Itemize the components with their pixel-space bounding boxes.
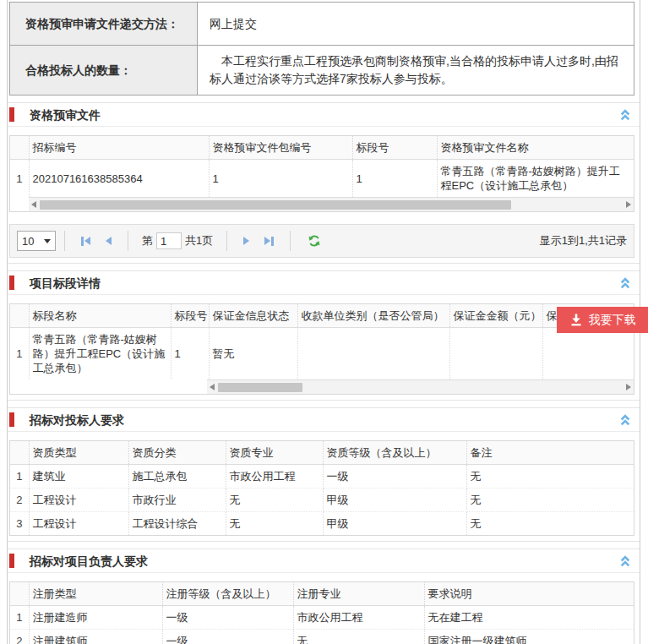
- last-page-button[interactable]: [257, 231, 281, 251]
- bid-sections-grid: 标段名称 标段号 保证金信息状态 收款单位类别（是否公管局） 保证金金额（元） …: [9, 303, 634, 395]
- first-page-button[interactable]: [74, 231, 98, 251]
- cell-req-desc: 国家注册一级建筑师: [424, 630, 634, 644]
- page-number-input[interactable]: [156, 232, 182, 249]
- page-total: 共1页: [185, 233, 213, 248]
- col-qual-grade[interactable]: 资质等级（含及以上）: [323, 441, 466, 465]
- cell-deadline: [542, 328, 634, 380]
- cell-section-no: 1: [171, 328, 209, 380]
- section-title: 招标对项目负责人要求: [30, 554, 148, 570]
- table-row[interactable]: 2 工程设计 市政行业 无 甲级 无: [10, 488, 634, 512]
- scroll-left-icon[interactable]: [210, 384, 215, 390]
- page-indicator: 第 共1页: [137, 232, 218, 249]
- collapse-chevron-icon[interactable]: [619, 414, 631, 426]
- row-number: 1: [10, 465, 29, 488]
- download-button-label: 我要下载: [589, 313, 636, 328]
- col-reg-grade[interactable]: 注册等级（含及以上）: [162, 582, 293, 606]
- cell-pkg-no: 1: [209, 160, 352, 198]
- collapse-chevron-icon[interactable]: [619, 109, 631, 121]
- col-qual-category[interactable]: 资质分类: [128, 441, 226, 465]
- cell-qual-grade: 甲级: [323, 488, 466, 512]
- cell-payee-type: [297, 328, 449, 380]
- row-number: 1: [10, 328, 29, 380]
- cell-qual-category: 市政行业: [128, 488, 226, 512]
- cell-qual-specialty: 无: [226, 488, 323, 512]
- refresh-icon[interactable]: [299, 234, 329, 248]
- cell-reg-type: 注册建造师: [29, 606, 162, 630]
- col-qual-type[interactable]: 资质类型: [29, 441, 128, 465]
- col-section-no[interactable]: 标段号: [352, 136, 437, 160]
- cell-deposit-status: 暂无: [209, 328, 297, 380]
- prequal-grid: 招标编号 资格预审文件包编号 标段号 资格预审文件名称 1 2021071616…: [9, 135, 634, 212]
- col-reg-specialty[interactable]: 注册专业: [293, 582, 424, 606]
- cell-bid-no: 202107161638585364: [29, 160, 209, 198]
- grid-header-row: 标段名称 标段号 保证金信息状态 收款单位类别（是否公管局） 保证金金额（元） …: [10, 304, 634, 328]
- scroll-right-icon[interactable]: [626, 384, 631, 390]
- prev-page-button[interactable]: [98, 231, 119, 251]
- page-size-select[interactable]: 10: [17, 231, 56, 251]
- cell-doc-name: 常青五路（常青路-姑嫂树路）提升工程EPC（设计施工总承包）: [437, 160, 634, 198]
- rownum-header: [10, 441, 29, 465]
- section-body: 招标编号 资格预审文件包编号 标段号 资格预审文件名称 1 2021071616…: [8, 127, 640, 263]
- page-prefix: 第: [142, 233, 153, 248]
- col-req-desc[interactable]: 要求说明: [424, 582, 634, 606]
- col-reg-type[interactable]: 注册类型: [29, 582, 162, 606]
- section-accent-bar: [9, 107, 14, 122]
- leader-req-grid: 注册类型 注册等级（含及以上） 注册专业 要求说明 1 注册建造师 一级 市政公…: [9, 581, 634, 644]
- cell-req-desc: 无在建工程: [424, 606, 634, 630]
- row-number: 1: [10, 160, 29, 198]
- col-payee-type[interactable]: 收款单位类别（是否公管局）: [297, 304, 449, 328]
- section-accent-bar: [9, 276, 14, 290]
- col-pkg-no[interactable]: 资格预审文件包编号: [209, 136, 352, 160]
- submit-method-label: 资格预审申请文件递交方法：: [10, 3, 198, 46]
- cell-remark: 无: [466, 465, 634, 488]
- collapse-chevron-icon[interactable]: [619, 555, 631, 567]
- table-row[interactable]: 1 202107161638585364 1 1 常青五路（常青路-姑嫂树路）提…: [10, 160, 634, 198]
- col-doc-name[interactable]: 资格预审文件名称: [437, 136, 634, 160]
- cell-reg-grade: 一级: [162, 630, 293, 644]
- pager-divider: [64, 231, 65, 251]
- qualified-bidders-label: 合格投标人的数量：: [10, 46, 198, 96]
- rownum-header: [10, 136, 29, 160]
- cell-qual-type: 工程设计: [29, 488, 128, 512]
- table-row: 资格预审申请文件递交方法： 网上提交: [10, 3, 634, 46]
- col-deposit-amount[interactable]: 保证金金额（元）: [449, 304, 542, 328]
- table-row[interactable]: 1 建筑业 施工总承包 市政公用工程 一级 无: [10, 465, 634, 488]
- grid-header-row: 资质类型 资质分类 资质专业 资质等级（含及以上） 备注: [10, 441, 634, 465]
- cell-section-no: 1: [352, 160, 437, 198]
- cell-remark: 无: [466, 488, 634, 512]
- section-header: 招标对投标人要求: [8, 408, 640, 432]
- section-bid-sections: 项目标段详情 标段名称 标段号 保证金信息状态 收款单位类别（是否公管局） 保证…: [8, 270, 640, 401]
- section-accent-bar: [9, 412, 14, 427]
- table-row[interactable]: 3 工程设计 工程设计综合 无 甲级 无: [10, 512, 634, 536]
- table-row[interactable]: 1 常青五路（常青路-姑嫂树路）提升工程EPC（设计施工总承包） 1 暂无: [10, 328, 634, 380]
- cell-remark: 无: [466, 512, 634, 536]
- col-section-no[interactable]: 标段号: [171, 304, 209, 328]
- section-title: 资格预审文件: [30, 108, 101, 123]
- section-body: 注册类型 注册等级（含及以上） 注册专业 要求说明 1 注册建造师 一级 市政公…: [8, 573, 640, 644]
- table-row[interactable]: 2 注册建筑师 一级 无 国家注册一级建筑师: [10, 630, 634, 644]
- next-page-button[interactable]: [236, 231, 257, 251]
- scrollbar-thumb[interactable]: [40, 200, 511, 210]
- scroll-left-icon[interactable]: [31, 201, 36, 208]
- col-remark[interactable]: 备注: [466, 441, 634, 465]
- col-bid-no[interactable]: 招标编号: [29, 136, 209, 160]
- table-row: 合格投标人的数量： 本工程实行重点工程预选承包商制资格预审,当合格的投标申请人过…: [10, 46, 634, 96]
- cell-qual-grade: 甲级: [323, 512, 466, 536]
- row-number: 3: [10, 512, 29, 536]
- cell-reg-type: 注册建筑师: [29, 630, 162, 644]
- dropdown-caret-icon: [44, 239, 51, 247]
- table-row[interactable]: 1 注册建造师 一级 市政公用工程 无在建工程: [10, 606, 634, 630]
- section-accent-bar: [9, 554, 14, 568]
- col-section-name[interactable]: 标段名称: [29, 304, 171, 328]
- cell-qual-specialty: 无: [226, 512, 323, 536]
- section-leader-requirements: 招标对项目负责人要求 注册类型 注册等级（含及以上） 注册专业 要求说明: [8, 548, 640, 644]
- row-number: 1: [10, 606, 29, 630]
- col-deposit-status[interactable]: 保证金信息状态: [209, 304, 297, 328]
- scroll-right-icon[interactable]: [626, 201, 631, 208]
- collapse-chevron-icon[interactable]: [619, 277, 631, 289]
- col-qual-specialty[interactable]: 资质专业: [226, 441, 323, 465]
- row-number: 2: [10, 488, 29, 512]
- scrollbar-thumb[interactable]: [218, 383, 302, 392]
- download-button[interactable]: 我要下载: [557, 307, 648, 333]
- section-title: 项目标段详情: [30, 276, 101, 292]
